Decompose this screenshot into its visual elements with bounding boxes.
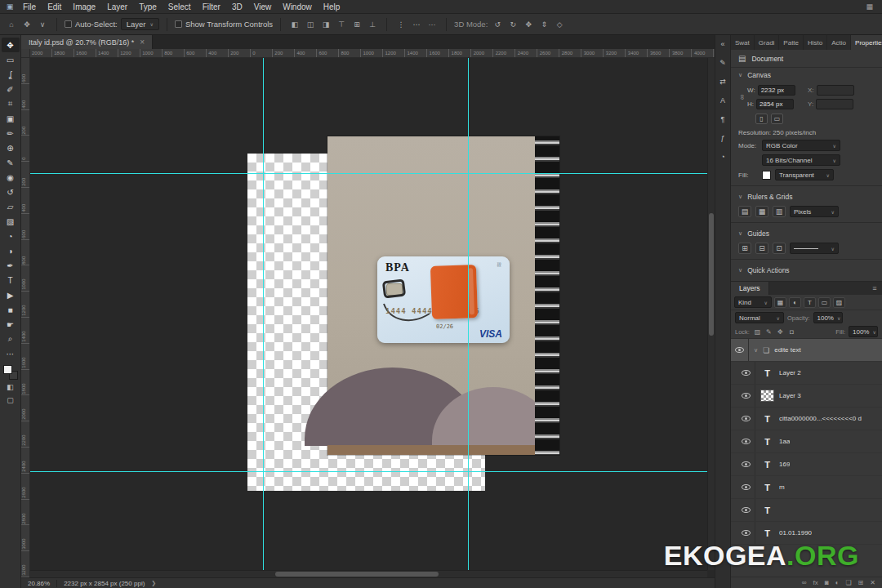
visibility-toggle[interactable] (737, 430, 755, 452)
guide-horizontal-1[interactable] (30, 173, 715, 174)
layer-row[interactable]: T1aa (731, 430, 882, 453)
3d-slide-icon[interactable]: ⇕ (537, 20, 550, 29)
menu-type[interactable]: Type (133, 0, 163, 14)
horizontal-scrollbar[interactable] (30, 570, 707, 577)
home-icon[interactable]: ⌂ (5, 20, 18, 29)
menu-file[interactable]: File (17, 0, 42, 14)
lock-pixels-icon[interactable]: ✎ (764, 328, 773, 336)
chevron-right-icon[interactable]: ❯ (151, 580, 156, 586)
3d-scale-icon[interactable]: ◇ (553, 20, 566, 29)
clone-source-icon[interactable]: ⇄ (716, 76, 729, 87)
menu-layer[interactable]: Layer (101, 0, 133, 14)
healing-brush-tool[interactable]: ⊕ (2, 140, 20, 155)
tab-layers[interactable]: Layers (731, 282, 769, 295)
height-input[interactable]: 2854 px (756, 99, 794, 109)
quick-actions-section-header[interactable]: ∨ Quick Actions (731, 263, 882, 278)
rulers-grids-section-header[interactable]: ∨ Rulers & Grids (731, 189, 882, 204)
bit-depth-select[interactable]: 16 Bits/Channel ∨ (762, 154, 840, 166)
menu-select[interactable]: Select (163, 0, 197, 14)
3d-drag-icon[interactable]: ✥ (522, 20, 535, 29)
units-select[interactable]: Pixels ∨ (790, 206, 839, 217)
adjustment-layer-icon[interactable]: ◐ (835, 579, 840, 586)
notebook-photo-layer[interactable]: BPA ≋ 1444 4444 7235 456 02/26 V (327, 136, 559, 455)
type-tool[interactable]: T (2, 273, 20, 287)
layer-row[interactable]: Tm (731, 476, 882, 499)
panel-tab-patte[interactable]: Patte (779, 35, 804, 50)
libraries-panel-icon[interactable]: ◔ (716, 151, 729, 163)
panel-tab-swat[interactable]: Swat (731, 35, 755, 50)
y-input[interactable] (816, 99, 853, 109)
layer-fill-select[interactable]: 100% ∨ (849, 326, 878, 337)
chevron-down-icon[interactable]: ∨ (754, 347, 758, 354)
align-center-h-icon[interactable]: ◫ (304, 20, 317, 29)
layer-effects-icon[interactable]: fx (813, 579, 818, 586)
lasso-tool[interactable]: ʆ (2, 67, 20, 82)
canvas-section-header[interactable]: ∨ Canvas (731, 68, 882, 82)
filter-shape-icon[interactable]: ▭ (818, 297, 831, 308)
scrollbar-thumb[interactable] (275, 572, 439, 577)
fill-select[interactable]: Transparent ∨ (775, 169, 834, 180)
layer-row[interactable]: Layer 3 (731, 385, 882, 408)
layer-row[interactable]: T169 (731, 453, 882, 476)
menu-help[interactable]: Help (318, 0, 346, 14)
scrollbar-thumb[interactable] (709, 213, 714, 336)
show-transform-checkbox[interactable] (175, 20, 182, 28)
visibility-toggle[interactable] (737, 362, 755, 384)
color-mode-select[interactable]: RGB Color ∨ (762, 140, 840, 151)
brush-tool[interactable]: ✎ (2, 155, 20, 170)
ruler-horizontal[interactable]: 2000180016001400120010008006004002000200… (30, 49, 715, 58)
move-tool-preset-icon[interactable]: ✥ (20, 20, 33, 29)
filter-type-icon[interactable]: T (804, 297, 816, 308)
panel-tab-histo[interactable]: Histo (804, 35, 827, 50)
auto-select-checkbox[interactable] (65, 20, 72, 28)
document-tab[interactable]: Italy id.psd @ 20.7% (RGB/16) * × (21, 35, 153, 49)
menu-window[interactable]: Window (277, 0, 318, 14)
crop-tool[interactable]: ⌗ (2, 96, 20, 111)
screen-mode-button[interactable]: ▢ (2, 394, 20, 407)
quick-mask-button[interactable]: ◧ (2, 381, 20, 394)
filter-pixel-icon[interactable]: ▦ (774, 297, 786, 308)
more-options-icon[interactable]: ··· (425, 20, 439, 29)
blur-tool[interactable]: ◔ (2, 229, 20, 243)
panel-tab-actio[interactable]: Actio (827, 35, 851, 50)
guide-vertical-2[interactable] (468, 58, 469, 577)
align-right-icon[interactable]: ◨ (319, 20, 332, 29)
menu-filter[interactable]: Filter (197, 0, 226, 14)
visibility-toggle[interactable] (737, 385, 755, 407)
fill-swatch[interactable] (762, 171, 771, 180)
guides-section-header[interactable]: ∨ Guides (731, 226, 882, 241)
canvas[interactable]: BPA ≋ 1444 4444 7235 456 02/26 V (30, 58, 715, 577)
credit-card[interactable]: BPA ≋ 1444 4444 7235 456 02/26 V (377, 256, 510, 343)
glyphs-panel-icon[interactable]: ƒ (716, 132, 729, 144)
menu-view[interactable]: View (248, 0, 278, 14)
move-tool[interactable]: ✥ (2, 38, 20, 52)
delete-layer-icon[interactable]: ✕ (870, 579, 875, 586)
lock-guides-icon[interactable]: ⊟ (755, 243, 768, 254)
foreground-color-swatch[interactable] (3, 365, 12, 374)
lock-all-icon[interactable]: ◘ (787, 328, 796, 336)
zoom-level[interactable]: 20.86% (28, 580, 50, 587)
distribute-v-icon[interactable]: ⋮ (394, 20, 408, 29)
visibility-toggle[interactable] (737, 476, 755, 498)
character-panel-icon[interactable]: A (716, 95, 729, 106)
guide-horizontal-2[interactable] (30, 471, 715, 472)
link-dimensions-icon[interactable]: ∞ (738, 92, 746, 102)
shape-tool[interactable]: ■ (2, 302, 20, 317)
hand-tool[interactable]: ☛ (2, 317, 20, 332)
pen-tool[interactable]: ✒ (2, 258, 20, 273)
3d-rotate-icon[interactable]: ↺ (491, 20, 504, 29)
layer-row[interactable]: T (731, 499, 882, 522)
align-center-v-icon[interactable]: ⊞ (350, 20, 363, 29)
gradient-tool[interactable]: ▨ (2, 214, 20, 229)
toggle-snap-icon[interactable]: ▥ (773, 206, 786, 217)
filter-smart-icon[interactable]: ▨ (833, 297, 845, 308)
adjustments-icon[interactable]: ✎ (716, 57, 729, 69)
blend-mode-select[interactable]: Normal ∨ (735, 312, 784, 323)
3d-roll-icon[interactable]: ↻ (506, 20, 519, 29)
visibility-toggle[interactable] (737, 453, 755, 475)
toggle-grid-icon[interactable]: ▦ (755, 206, 768, 217)
align-left-icon[interactable]: ◧ (288, 20, 301, 29)
menu-edit[interactable]: Edit (42, 0, 67, 14)
quick-select-tool[interactable]: ✐ (2, 82, 20, 96)
menu-image[interactable]: Image (67, 0, 101, 14)
